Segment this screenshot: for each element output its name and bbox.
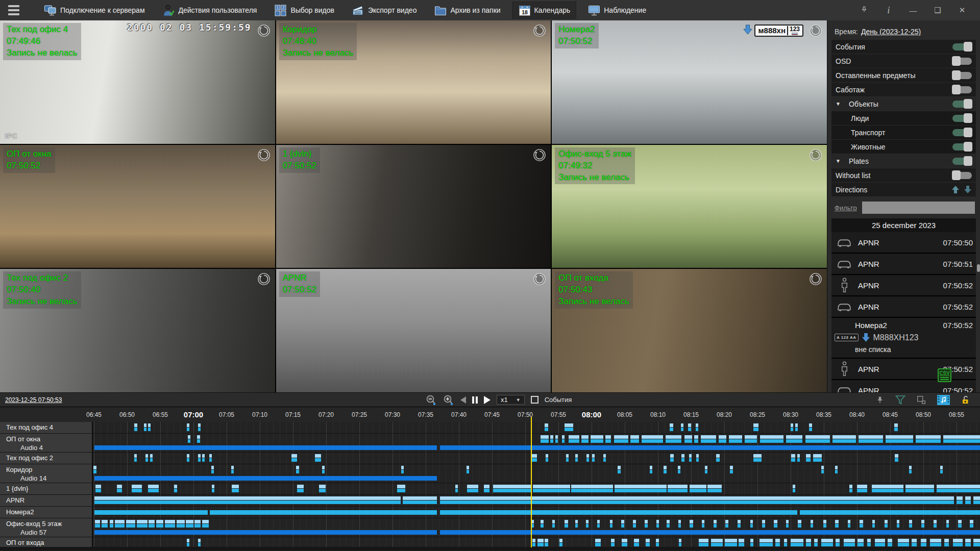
video-archive-segment[interactable] bbox=[552, 520, 555, 528]
video-archive-segment[interactable] bbox=[714, 520, 717, 528]
toggle-switch[interactable] bbox=[952, 115, 972, 122]
arrow-down-icon[interactable] bbox=[964, 185, 972, 194]
video-archive-segment[interactable] bbox=[622, 539, 627, 546]
toggle-switch[interactable] bbox=[952, 143, 972, 151]
video-archive-segment[interactable] bbox=[618, 466, 620, 473]
video-archive-segment[interactable] bbox=[188, 435, 190, 443]
video-archive-segment[interactable] bbox=[694, 435, 698, 443]
video-archive-segment[interactable] bbox=[315, 454, 321, 462]
video-archive-segment[interactable] bbox=[774, 520, 777, 528]
video-archive-segment[interactable] bbox=[678, 466, 680, 473]
csv-export-button[interactable]: CSV bbox=[938, 368, 951, 382]
filter-funnel-icon[interactable] bbox=[895, 395, 906, 405]
video-archive-segment[interactable] bbox=[537, 539, 544, 546]
video-archive-segment[interactable] bbox=[592, 454, 595, 462]
current-time-link[interactable]: 2023-12-25 07:50:53 bbox=[5, 396, 62, 404]
video-archive-segment[interactable] bbox=[187, 454, 189, 462]
video-archive-segment[interactable] bbox=[565, 520, 568, 528]
toggle-switch[interactable] bbox=[952, 58, 972, 65]
video-archive-segment[interactable] bbox=[857, 539, 864, 546]
video-archive-segment[interactable] bbox=[197, 435, 200, 443]
video-archive-segment[interactable] bbox=[440, 510, 797, 515]
video-archive-segment[interactable] bbox=[148, 485, 159, 492]
video-archive-segment[interactable] bbox=[610, 520, 612, 528]
timeline-row-label[interactable]: 1 {dvln} bbox=[0, 483, 93, 494]
video-archive-segment[interactable] bbox=[546, 454, 548, 462]
video-archive-segment[interactable] bbox=[666, 435, 681, 443]
video-archive-segment[interactable] bbox=[894, 423, 898, 431]
video-archive-segment[interactable] bbox=[684, 435, 693, 443]
minimize-icon[interactable]: — bbox=[909, 6, 918, 15]
timeline-row-label[interactable]: Офис-вход 5 этажAudio 57 bbox=[0, 518, 93, 537]
video-archive-segment[interactable] bbox=[165, 520, 176, 528]
video-archive-segment[interactable] bbox=[753, 423, 758, 431]
video-archive-segment[interactable] bbox=[860, 520, 863, 528]
video-archive-segment[interactable] bbox=[836, 539, 840, 546]
unlock-icon[interactable] bbox=[961, 395, 971, 405]
audio-archive-segment[interactable] bbox=[440, 530, 980, 535]
video-archive-segment[interactable] bbox=[872, 520, 875, 528]
video-archive-segment[interactable] bbox=[484, 485, 490, 492]
video-archive-segment[interactable] bbox=[681, 454, 684, 462]
toolbar-button-monitor[interactable]: Наблюдение bbox=[581, 2, 652, 19]
video-archive-segment[interactable] bbox=[872, 485, 903, 492]
pause-button[interactable] bbox=[472, 396, 478, 404]
video-archive-segment[interactable] bbox=[750, 520, 753, 528]
event-row[interactable]: APNR07:50:52 bbox=[831, 380, 976, 392]
toggle-switch[interactable] bbox=[952, 43, 972, 51]
video-archive-segment[interactable] bbox=[319, 485, 326, 492]
video-archive-segment[interactable] bbox=[813, 454, 822, 462]
ptz-icon[interactable] bbox=[257, 148, 271, 162]
toolbar-button-export-video[interactable]: Экспорт видео bbox=[346, 2, 423, 19]
video-archive-segment[interactable] bbox=[174, 485, 178, 492]
ptz-icon[interactable] bbox=[257, 23, 271, 38]
video-archive-segment[interactable] bbox=[493, 485, 532, 492]
ptz-icon[interactable] bbox=[257, 272, 271, 286]
pin-icon[interactable] bbox=[860, 6, 869, 15]
video-archive-segment[interactable] bbox=[895, 454, 898, 462]
video-archive-segment[interactable] bbox=[545, 423, 548, 431]
video-archive-segment[interactable] bbox=[156, 520, 163, 528]
audio-archive-segment[interactable] bbox=[440, 445, 980, 450]
video-archive-segment[interactable] bbox=[775, 539, 780, 546]
video-archive-segment[interactable] bbox=[943, 435, 980, 443]
video-archive-segment[interactable] bbox=[875, 539, 885, 546]
video-archive-segment[interactable] bbox=[701, 435, 716, 443]
video-archive-segment[interactable] bbox=[905, 485, 934, 492]
video-archive-segment[interactable] bbox=[730, 466, 732, 473]
video-archive-segment[interactable] bbox=[231, 466, 234, 473]
timeline-row-label[interactable]: Номера2 bbox=[0, 507, 93, 518]
ptz-icon[interactable] bbox=[532, 148, 547, 162]
video-archive-segment[interactable] bbox=[586, 520, 589, 528]
video-archive-segment[interactable] bbox=[832, 435, 856, 443]
video-archive-segment[interactable] bbox=[937, 485, 980, 492]
toolbar-button-user-actions[interactable]: Действия пользователя bbox=[156, 2, 263, 19]
timeline-row-track[interactable] bbox=[93, 434, 980, 452]
video-archive-segment[interactable] bbox=[642, 435, 663, 443]
video-archive-segment[interactable] bbox=[95, 485, 101, 492]
video-archive-segment[interactable] bbox=[198, 539, 201, 546]
video-archive-segment[interactable] bbox=[798, 520, 801, 528]
filmstrip-audio-icon[interactable] bbox=[937, 394, 950, 406]
video-archive-segment[interactable] bbox=[668, 485, 688, 492]
camera-tile-3[interactable]: Номера207:50:52м888хн123 bbox=[552, 20, 827, 144]
video-archive-segment[interactable] bbox=[670, 454, 674, 462]
video-archive-segment[interactable] bbox=[633, 520, 635, 528]
video-archive-segment[interactable] bbox=[209, 454, 212, 462]
day-link[interactable]: День (2023-12-25) bbox=[861, 28, 921, 36]
maximize-icon[interactable]: ❑ bbox=[933, 6, 942, 15]
video-archive-segment[interactable] bbox=[898, 539, 909, 546]
video-archive-segment[interactable] bbox=[614, 435, 629, 443]
video-archive-segment[interactable] bbox=[750, 539, 754, 546]
video-archive-segment[interactable] bbox=[149, 520, 155, 528]
video-archive-segment[interactable] bbox=[202, 520, 209, 528]
timeline-row-label[interactable]: КоридорAudio 14 bbox=[0, 464, 93, 483]
video-archive-segment[interactable] bbox=[791, 454, 795, 462]
timeline-axis[interactable]: 06:4506:5006:5507:0007:0507:1007:1507:20… bbox=[0, 407, 980, 422]
video-archive-segment[interactable] bbox=[115, 520, 125, 528]
video-archive-segment[interactable] bbox=[94, 496, 401, 504]
timeline-row-track[interactable] bbox=[93, 422, 980, 433]
timeline-row-track[interactable] bbox=[93, 464, 980, 483]
toolbar-button-folder-archive[interactable]: Архив из папки bbox=[428, 2, 506, 19]
video-archive-segment[interactable] bbox=[144, 423, 146, 431]
